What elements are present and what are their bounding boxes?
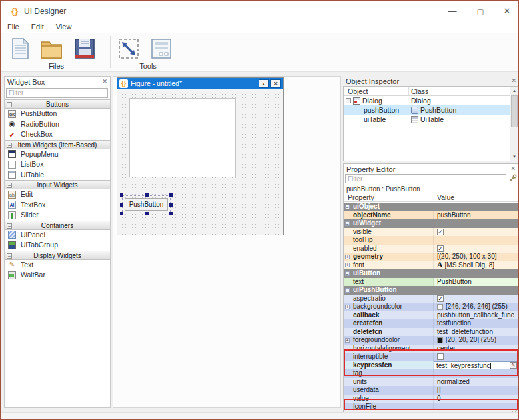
collapse-icon[interactable]: – <box>345 205 350 209</box>
property-row-keypressfcn[interactable]: keypressfcntest_keypressfunc✎ <box>344 361 518 370</box>
property-row-aspectratio[interactable]: aspectratio✓ <box>344 295 518 303</box>
widget-item-popupmenu[interactable]: PopupMenu <box>5 149 110 160</box>
expand-icon[interactable]: + <box>345 305 350 309</box>
menu-item-view[interactable]: View <box>50 21 78 31</box>
selection-handle[interactable] <box>120 193 123 197</box>
tree-row-Dialog[interactable]: –DialogDialog <box>344 96 518 105</box>
property-value-cell[interactable]: 0 <box>434 395 518 403</box>
widget-item-pushbutton[interactable]: OKPushButton <box>5 109 110 119</box>
collapse-icon[interactable]: – <box>7 183 12 188</box>
property-value-cell[interactable]: PushButton <box>434 278 518 287</box>
checkbox-checked[interactable]: ✓ <box>437 295 444 302</box>
property-row-backgroundcolor[interactable]: +backgroundcolor[246, 246, 246] (255) <box>344 303 518 311</box>
figure-close-button[interactable]: ✕ <box>270 79 281 88</box>
selection-handle[interactable] <box>169 193 173 197</box>
selection-handle[interactable] <box>120 203 123 207</box>
property-value-cell[interactable]: ✓ <box>434 228 518 237</box>
property-value-cell[interactable]: test_keypressfunc✎ <box>434 361 518 370</box>
property-value-cell[interactable] <box>434 236 518 245</box>
figure-canvas[interactable]: PushButton <box>117 89 283 235</box>
widget-item-slider[interactable]: Slider <box>5 210 110 221</box>
widget-item-uitabgroup[interactable]: UiTabGroup <box>5 240 110 251</box>
expand-icon[interactable]: + <box>345 255 350 259</box>
property-value-cell[interactable]: testfunction <box>434 319 518 328</box>
axes-widget[interactable] <box>129 98 236 177</box>
property-group-uiWidget[interactable]: –uiWidget <box>344 219 518 228</box>
menu-item-file[interactable]: File <box>1 21 25 31</box>
edit-action-button[interactable]: ✎ <box>510 362 517 369</box>
property-filter-input[interactable] <box>345 174 506 183</box>
tree-row-pushButton[interactable]: pushButtonPushButton <box>344 105 518 115</box>
pushbutton-widget[interactable]: PushButton <box>125 198 168 211</box>
checkbox-checked[interactable]: ✓ <box>437 245 444 252</box>
widget-box-close-icon[interactable]: ✕ <box>102 78 107 85</box>
selection-handle[interactable] <box>169 203 173 207</box>
collapse-icon[interactable]: – <box>345 288 350 293</box>
widget-section-header[interactable]: –Item Widgets (Item-Based) <box>5 140 110 149</box>
checkbox-unchecked[interactable] <box>437 353 444 360</box>
property-row-userdata[interactable]: userdata[] <box>344 386 518 395</box>
expand-icon[interactable]: + <box>345 263 350 267</box>
checkbox-checked[interactable]: ✓ <box>437 229 444 235</box>
widget-item-uitable[interactable]: UiTable <box>5 170 110 181</box>
property-row-tag[interactable]: tag <box>344 369 518 378</box>
form-tool-icon[interactable] <box>149 37 173 61</box>
property-value-cell[interactable]: ✓ <box>434 295 518 303</box>
widget-item-listbox[interactable]: ListBox <box>5 159 110 170</box>
edit-field-text[interactable]: test_keypressfunc <box>436 362 490 369</box>
wrench-icon[interactable] <box>508 174 517 183</box>
property-row-objectName[interactable]: objectNamepushButton <box>344 211 518 220</box>
property-row-interruptible[interactable]: interruptible <box>344 353 518 361</box>
property-group-uiPushButton[interactable]: –uiPushButton <box>344 286 518 295</box>
widget-section-header[interactable]: –Input Widgets <box>5 180 110 189</box>
scroll-down-icon[interactable]: ▼ <box>510 153 518 161</box>
minimize-button[interactable]: — <box>442 3 462 19</box>
property-value-cell[interactable]: pushbutton_callback_func <box>434 311 518 320</box>
collapse-icon[interactable]: – <box>7 253 12 259</box>
selection-handle[interactable] <box>169 212 173 215</box>
widget-item-text[interactable]: ✎Text <box>5 260 110 271</box>
object-inspector-close-icon[interactable]: ✕ <box>511 77 516 84</box>
figure-window[interactable]: {} Figure - untitled* ▲ ✕ PushButton <box>117 77 284 235</box>
property-row-deletefcn[interactable]: deletefcntest_deletefunction <box>344 328 518 337</box>
widget-item-textbox[interactable]: AITextBox <box>5 200 110 211</box>
widget-section-header[interactable]: –Containers <box>5 221 110 230</box>
property-value-cell[interactable]: A[MS Shell Dlg, 8] <box>434 261 518 270</box>
property-group-uiObject[interactable]: –uiObject <box>344 203 518 211</box>
collapse-icon[interactable]: – <box>7 223 12 229</box>
scrollbar-thumb[interactable] <box>511 95 518 127</box>
resize-tool-icon[interactable] <box>117 37 141 61</box>
maximize-button[interactable]: ▢ <box>470 3 490 19</box>
close-button[interactable]: ✕ <box>497 3 517 19</box>
property-value-cell[interactable]: normalized <box>434 378 518 387</box>
widget-box-filter-input[interactable] <box>6 88 108 98</box>
widget-item-checkbox[interactable]: ✔CheckBox <box>5 129 110 140</box>
new-file-icon[interactable] <box>8 37 32 61</box>
property-row-toolTip[interactable]: toolTip <box>344 236 518 245</box>
property-value-cell[interactable]: [(20, 250), 100 x 30] <box>434 253 518 261</box>
property-row-callback[interactable]: callbackpushbutton_callback_func <box>344 311 518 320</box>
save-icon[interactable] <box>73 37 97 61</box>
property-row-enabled[interactable]: enabled✓ <box>344 245 518 253</box>
property-value-cell[interactable] <box>434 353 518 361</box>
widget-item-edit[interactable]: abEdit <box>5 189 110 200</box>
property-value-cell[interactable]: [] <box>434 386 518 395</box>
widget-item-waitbar[interactable]: WaitBar <box>5 270 110 281</box>
property-value-cell[interactable]: pushButton <box>434 211 518 220</box>
widget-item-radiobutton[interactable]: ◉RadioButton <box>5 119 110 130</box>
property-row-value[interactable]: value0 <box>344 395 518 403</box>
property-row-text[interactable]: textPushButton <box>344 278 518 287</box>
selection-handle[interactable] <box>145 212 149 215</box>
widget-section-header[interactable]: –Display Widgets <box>5 251 110 260</box>
open-folder-icon[interactable] <box>39 37 63 61</box>
object-inspector-scrollbar[interactable]: ▲ ▼ <box>510 87 518 161</box>
property-row-createfcn[interactable]: createfcntestfunction <box>344 319 518 328</box>
menu-item-edit[interactable]: Edit <box>25 21 50 31</box>
figure-collapse-button[interactable]: ▲ <box>259 79 269 88</box>
widget-item-uipanel[interactable]: UiPanel <box>5 230 110 241</box>
collapse-icon[interactable]: – <box>7 143 12 148</box>
property-value-cell[interactable] <box>434 369 518 378</box>
tree-expander-icon[interactable]: – <box>346 98 351 103</box>
collapse-icon[interactable]: – <box>345 271 350 276</box>
property-value-cell[interactable]: center <box>434 345 518 353</box>
